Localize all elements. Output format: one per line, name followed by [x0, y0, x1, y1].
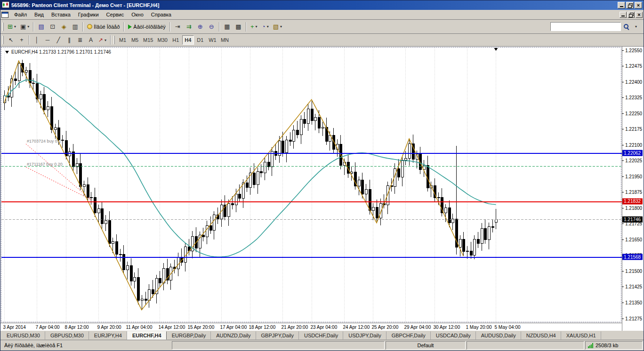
chart-canvas[interactable]: 3 Apr 20147 Apr 04:008 Apr 12:009 Apr 20…: [0, 47, 644, 331]
chevron-down-icon[interactable]: ▾: [14, 24, 16, 29]
chart-tab-nzdusd-h4[interactable]: NZDUSD,H4: [521, 331, 561, 340]
timeframe-m15-button[interactable]: M15: [141, 35, 155, 45]
chart-tab-audnzd-daily[interactable]: AUDNZD,Daily: [211, 331, 256, 340]
indicators-icon: +: [250, 24, 254, 30]
crosshair-button[interactable]: +: [16, 35, 27, 45]
vertical-line-icon: │: [35, 37, 39, 43]
search-dropdown-button[interactable]: ▾: [631, 22, 641, 31]
chart-tab-eurchf-h4[interactable]: EURCHF,H4: [127, 331, 167, 340]
new-order-button[interactable]: Íîâûé Îðäåð: [85, 22, 121, 32]
cursor-button[interactable]: ↖: [6, 35, 16, 45]
menu-item-6[interactable]: Окно: [128, 10, 147, 19]
time-axis-label: 3 Apr 2014: [3, 325, 26, 330]
chart-shift-icon: ⇥: [175, 24, 180, 30]
chart-shift-button[interactable]: ⇥: [172, 22, 183, 32]
menu-items: ФайлВидВставкаГрафикиСервисОкноСправка: [10, 10, 175, 19]
timeframe-w1-button[interactable]: W1: [207, 35, 218, 45]
timeframe-d1-button[interactable]: D1: [194, 35, 206, 45]
price-badge-label: 1.21746: [624, 217, 641, 222]
time-axis-label: 30 Apr 12:00: [434, 325, 460, 330]
fibonacci-button[interactable]: ≣: [75, 35, 85, 45]
chart-tab-usdcad-daily[interactable]: USDCAD,Daily: [431, 331, 476, 340]
zoom-in-icon: ⊕: [198, 24, 203, 30]
menu-item-7[interactable]: Справка: [147, 10, 175, 19]
chevron-down-icon[interactable]: ▾: [105, 38, 106, 42]
zoom-in-button[interactable]: ⊕: [195, 22, 206, 32]
toolbar-separator: [82, 22, 83, 32]
text-button[interactable]: A: [86, 35, 96, 45]
periods-icon: ◔: [262, 24, 266, 30]
chart-tab-gbpjpy-daily[interactable]: GBPJPY,Daily: [256, 331, 299, 340]
title-bar[interactable]: 565896: Panteon Client Terminal - Демо С…: [0, 0, 644, 10]
autotrading-button[interactable]: Àâòî-òîðãîâëÿ: [126, 22, 168, 32]
child-minimize-button[interactable]: [620, 12, 627, 18]
chart-tab-gbpusd-m30[interactable]: GBPUSD,M30: [45, 331, 89, 340]
auto-scroll-button[interactable]: ⇉: [184, 22, 194, 32]
toolbar-gripper[interactable]: [113, 36, 115, 44]
toolbar-row2-buttons: ↖+│─╱∥≣A↗▾: [6, 35, 113, 45]
menu-item-5[interactable]: Сервис: [103, 10, 128, 19]
terminal-button[interactable]: ▥: [70, 22, 80, 32]
toolbar-gripper[interactable]: [2, 23, 4, 31]
chevron-down-icon[interactable]: ▾: [256, 24, 258, 29]
chart-tab-gbpchf-daily[interactable]: GBPCHF,Daily: [386, 331, 431, 340]
menu-item-4[interactable]: Графики: [74, 10, 103, 19]
horizontal-line-button[interactable]: ─: [42, 35, 53, 45]
close-button[interactable]: ×: [635, 2, 642, 8]
timeframe-mn-button[interactable]: MN: [219, 35, 231, 45]
time-axis-label: 1 May 20:00: [466, 325, 492, 330]
profiles-button[interactable]: ▣▾: [18, 22, 31, 32]
profiles-icon: ▣: [20, 24, 26, 30]
search-input[interactable]: [550, 22, 621, 31]
chart-tab-eurjpy-h4[interactable]: EURJPY,H4: [89, 331, 127, 340]
close-icon: ×: [637, 12, 640, 17]
new-chart-button[interactable]: ⊞▾: [6, 22, 18, 32]
child-close-button[interactable]: ×: [636, 12, 643, 18]
cascade-windows-button[interactable]: ▩: [233, 22, 244, 32]
menu-item-1[interactable]: Файл: [10, 10, 31, 19]
chevron-down-icon[interactable]: ▾: [280, 24, 282, 29]
price-badge-label: 1.22062: [624, 151, 641, 156]
chart-area[interactable]: 3 Apr 20147 Apr 04:008 Apr 12:009 Apr 20…: [0, 47, 644, 331]
connection-bars-icon: [588, 343, 593, 348]
menu-item-2[interactable]: Вид: [31, 10, 48, 19]
tile-windows-button[interactable]: ▦: [222, 22, 233, 32]
timeframe-h1-button[interactable]: H1: [170, 35, 182, 45]
price-tick-label: 1.21650: [625, 237, 643, 242]
data-window-button[interactable]: ⊡: [47, 22, 58, 32]
chevron-down-icon[interactable]: ▾: [267, 24, 269, 29]
arrows-button[interactable]: ↗▾: [97, 35, 108, 45]
equidistant-channel-button[interactable]: ∥: [64, 35, 74, 45]
search-button[interactable]: [621, 22, 631, 31]
navigator-button[interactable]: ◈: [58, 22, 69, 32]
chart-tab-xauusd-h1[interactable]: XAUUSD,H1: [561, 331, 601, 340]
time-axis-label: 7 Apr 04:00: [36, 325, 60, 330]
market-watch-button[interactable]: ▤: [36, 22, 47, 32]
chart-tab-eurgbp-daily[interactable]: EURGBP,Daily: [167, 331, 211, 340]
chart-tab-audusd-daily[interactable]: AUDUSD,Daily: [476, 331, 521, 340]
indicators-button[interactable]: +▾: [249, 22, 259, 32]
minimize-button[interactable]: [618, 2, 625, 8]
new-order-label: Íîâûé Îðäåð: [94, 24, 120, 30]
chart-tab-eurusd-m30[interactable]: EURUSD,M30: [1, 331, 45, 340]
chart-tab-usdjpy-daily[interactable]: USDJPY,Daily: [343, 331, 386, 340]
toolbar-gripper[interactable]: [2, 36, 4, 44]
status-profile[interactable]: Default: [386, 341, 466, 350]
timeframe-m30-button[interactable]: M30: [155, 35, 169, 45]
vertical-line-button[interactable]: │: [32, 35, 42, 45]
chart-background: [0, 47, 644, 331]
timeframe-m1-button[interactable]: M1: [117, 35, 129, 45]
templates-button[interactable]: ▧▾: [271, 22, 284, 32]
chevron-down-icon[interactable]: ▾: [27, 24, 29, 29]
trade-annotation: #1703724 buy 0.2: [27, 139, 61, 144]
chart-tab-usdchf-daily[interactable]: USDCHF,Daily: [299, 331, 343, 340]
zoom-out-button[interactable]: ⊖: [206, 22, 217, 32]
toolbar-separator: [219, 22, 220, 32]
trendline-button[interactable]: ╱: [53, 35, 64, 45]
child-restore-button[interactable]: [628, 12, 635, 18]
menu-item-3[interactable]: Вставка: [48, 10, 74, 19]
periods-button[interactable]: ◔▾: [260, 22, 271, 32]
restore-button[interactable]: [626, 2, 634, 8]
timeframe-h4-button[interactable]: H4: [182, 35, 194, 45]
timeframe-m5-button[interactable]: M5: [129, 35, 141, 45]
